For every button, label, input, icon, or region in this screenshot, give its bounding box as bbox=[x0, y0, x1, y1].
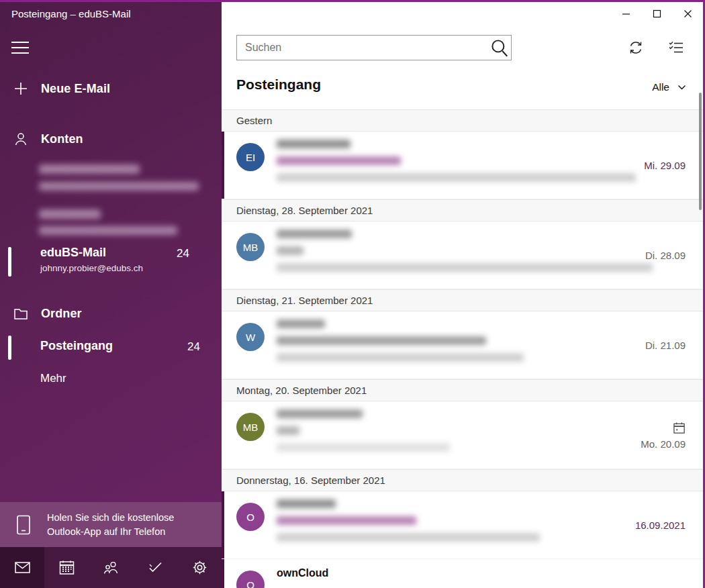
bottom-nav bbox=[0, 547, 222, 588]
redacted-account-name bbox=[39, 164, 140, 174]
nav-people-button[interactable] bbox=[89, 547, 133, 588]
redacted-subject bbox=[277, 246, 303, 255]
redacted-preview bbox=[277, 533, 540, 542]
mail-text-redacted bbox=[277, 320, 524, 370]
redacted-sender bbox=[277, 320, 325, 328]
gear-icon bbox=[191, 559, 208, 576]
sidebar: Posteingang – eduBS-Mail Neue E-Mail Kon… bbox=[0, 0, 222, 588]
window-controls bbox=[610, 2, 703, 25]
redacted-preview bbox=[277, 443, 450, 452]
redacted-account-name bbox=[39, 209, 101, 219]
window-accent-top-border bbox=[0, 0, 705, 2]
mail-item[interactable]: MB Mo. 20.09 bbox=[222, 401, 703, 469]
search-icon[interactable] bbox=[488, 36, 511, 59]
page-title: Posteingang bbox=[236, 77, 321, 93]
redacted-account-email bbox=[39, 226, 177, 235]
unread-indicator bbox=[222, 132, 224, 199]
mail-date: Di. 21.09 bbox=[645, 311, 686, 379]
filter-dropdown[interactable]: Alle bbox=[652, 81, 686, 93]
redacted-subject bbox=[277, 516, 416, 525]
checkmark-icon bbox=[147, 559, 164, 576]
redacted-sender bbox=[277, 140, 350, 148]
date-group-header: Gestern bbox=[222, 109, 703, 132]
compose-button[interactable]: Neue E-Mail bbox=[0, 78, 222, 99]
folder-icon bbox=[13, 305, 29, 322]
redacted-subject bbox=[277, 156, 401, 165]
search-box bbox=[236, 35, 512, 60]
nav-settings-button[interactable] bbox=[177, 547, 222, 588]
date-group-header: Montag, 20. September 2021 bbox=[222, 379, 703, 401]
compose-label: Neue E-Mail bbox=[41, 82, 110, 96]
date-group-header: Donnerstag, 16. September 2021 bbox=[222, 469, 703, 491]
nav-mail-button[interactable] bbox=[0, 547, 44, 588]
hamburger-menu-icon[interactable] bbox=[11, 38, 30, 56]
mail-text-redacted bbox=[277, 499, 540, 550]
mail-app-window: Posteingang – eduBS-Mail Neue E-Mail Kon… bbox=[0, 0, 705, 588]
mail-item[interactable]: W Di. 21.09 bbox=[222, 311, 703, 379]
redacted-preview bbox=[277, 263, 653, 272]
account-name: eduBS-Mail bbox=[40, 246, 106, 260]
folder-item-more[interactable]: Mehr bbox=[40, 372, 66, 385]
avatar: W bbox=[236, 323, 265, 351]
mail-date: 16.09.2021 bbox=[635, 491, 686, 559]
maximize-button[interactable] bbox=[641, 2, 672, 25]
redacted-sender bbox=[277, 230, 352, 238]
accounts-header[interactable]: Konten bbox=[0, 128, 222, 150]
mail-icon bbox=[14, 559, 31, 576]
redacted-sender bbox=[277, 409, 363, 418]
redacted-preview bbox=[277, 353, 524, 362]
mail-date: Mi. 29.09 bbox=[644, 132, 686, 199]
avatar: O bbox=[236, 503, 265, 531]
people-icon bbox=[103, 559, 120, 576]
plus-icon bbox=[13, 81, 29, 97]
redacted-subject bbox=[277, 336, 486, 345]
account-email: johnny.probier@edubs.ch bbox=[40, 263, 143, 273]
search-input[interactable] bbox=[237, 42, 488, 54]
folders-header[interactable]: Ordner bbox=[0, 303, 222, 324]
outlook-promo-banner[interactable]: Holen Sie sich die kostenlose Outlook-Ap… bbox=[0, 502, 222, 547]
mail-item[interactable]: O ownCloud bbox=[222, 559, 703, 588]
date-group-header: Dienstag, 28. September 2021 bbox=[222, 199, 703, 222]
avatar: O bbox=[236, 571, 265, 588]
account-selected-indicator bbox=[8, 247, 11, 277]
redacted-preview bbox=[277, 173, 636, 182]
calendar-icon bbox=[58, 559, 75, 576]
folders-header-label: Ordner bbox=[41, 307, 82, 321]
folder-inbox-label: Posteingang bbox=[40, 339, 113, 353]
promo-text: Holen Sie sich die kostenlose Outlook-Ap… bbox=[47, 511, 174, 539]
nav-calendar-button[interactable] bbox=[44, 547, 89, 588]
avatar: MB bbox=[236, 233, 265, 261]
chevron-down-icon bbox=[677, 83, 686, 92]
folder-selected-indicator bbox=[8, 336, 11, 360]
account-unread-count: 24 bbox=[177, 247, 189, 260]
nav-todo-button[interactable] bbox=[133, 547, 177, 588]
scrollbar-thumb[interactable] bbox=[699, 93, 702, 210]
mail-date: Di. 28.09 bbox=[645, 222, 686, 289]
phone-icon bbox=[15, 515, 32, 535]
window-title: Posteingang – eduBS-Mail bbox=[11, 8, 131, 19]
accounts-header-label: Konten bbox=[41, 132, 83, 146]
avatar: EI bbox=[236, 143, 265, 171]
mail-text-redacted bbox=[277, 140, 636, 190]
redacted-account-email bbox=[39, 182, 199, 191]
mail-item[interactable]: EI Mi. 29.09 bbox=[222, 132, 703, 199]
unread-indicator bbox=[222, 491, 224, 558]
redacted-sender bbox=[277, 499, 336, 508]
promo-line2: Outlook-App auf Ihr Telefon bbox=[47, 526, 165, 537]
mail-item[interactable]: O 16.09.2021 bbox=[222, 491, 703, 559]
selection-mode-button[interactable] bbox=[666, 38, 686, 58]
mail-date: Mo. 20.09 bbox=[641, 401, 686, 469]
mail-list-pane: Posteingang Alle Gestern EI Mi. 29.09 bbox=[222, 0, 705, 588]
minimize-button[interactable] bbox=[610, 2, 641, 25]
close-button[interactable] bbox=[672, 2, 703, 25]
promo-line1: Holen Sie sich die kostenlose bbox=[47, 512, 174, 523]
sync-button[interactable] bbox=[626, 38, 646, 58]
redacted-subject bbox=[277, 426, 299, 435]
mail-item[interactable]: MB Di. 28.09 bbox=[222, 222, 703, 289]
meeting-calendar-icon bbox=[673, 422, 686, 434]
mail-list: Gestern EI Mi. 29.09 Dienstag, 28. Septe… bbox=[222, 109, 703, 588]
mail-sender: ownCloud bbox=[277, 567, 328, 579]
date-group-header: Dienstag, 21. September 2021 bbox=[222, 289, 703, 311]
sync-icon bbox=[627, 39, 645, 56]
avatar: MB bbox=[236, 413, 265, 441]
